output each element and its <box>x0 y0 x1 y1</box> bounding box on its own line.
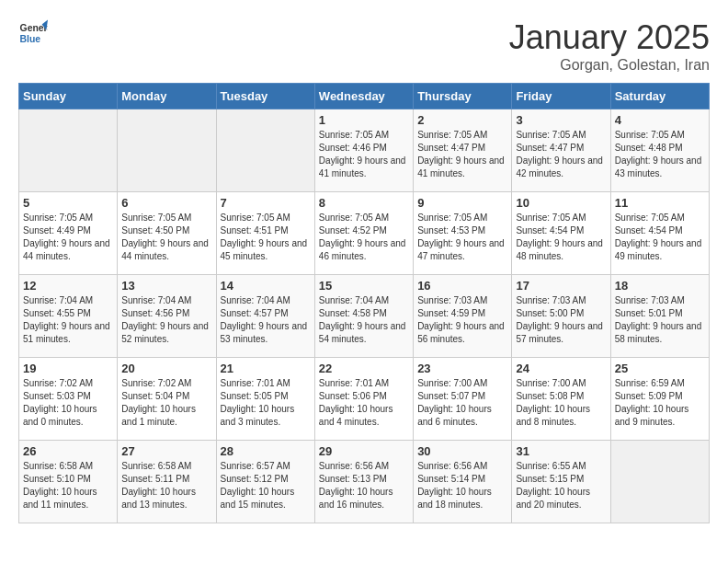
cell-5-1: 26 Sunrise: 6:58 AM Sunset: 5:10 PM Dayl… <box>19 441 118 523</box>
cell-3-5: 16 Sunrise: 7:03 AM Sunset: 4:59 PM Dayl… <box>414 275 512 358</box>
day-detail: Sunrise: 7:02 AM Sunset: 5:03 PM Dayligh… <box>23 377 113 429</box>
day-number: 7 <box>221 196 311 210</box>
week-row-3: 12 Sunrise: 7:04 AM Sunset: 4:55 PM Dayl… <box>19 275 710 358</box>
day-number: 26 <box>23 444 113 458</box>
day-detail: Sunrise: 7:03 AM Sunset: 5:01 PM Dayligh… <box>615 294 705 346</box>
calendar-body: 1 Sunrise: 7:05 AM Sunset: 4:46 PM Dayli… <box>19 109 710 523</box>
day-detail: Sunrise: 6:56 AM Sunset: 5:13 PM Dayligh… <box>319 460 409 511</box>
cell-4-5: 23 Sunrise: 7:00 AM Sunset: 5:07 PM Dayl… <box>414 358 512 441</box>
day-detail: Sunrise: 7:04 AM Sunset: 4:57 PM Dayligh… <box>221 294 311 346</box>
cell-4-4: 22 Sunrise: 7:01 AM Sunset: 5:06 PM Dayl… <box>314 358 413 441</box>
header-thursday: Thursday <box>414 84 512 109</box>
header-saturday: Saturday <box>610 84 709 109</box>
cell-1-6: 3 Sunrise: 7:05 AM Sunset: 4:47 PM Dayli… <box>512 109 610 192</box>
day-detail: Sunrise: 7:05 AM Sunset: 4:54 PM Dayligh… <box>516 212 606 263</box>
day-number: 18 <box>615 279 705 293</box>
day-number: 22 <box>319 362 409 375</box>
day-number: 9 <box>417 196 507 210</box>
day-detail: Sunrise: 7:05 AM Sunset: 4:47 PM Dayligh… <box>417 129 507 180</box>
calendar-subtitle: Gorgan, Golestan, Iran <box>509 57 710 74</box>
day-number: 13 <box>121 279 211 293</box>
day-number: 15 <box>319 279 409 293</box>
day-number: 8 <box>319 196 409 210</box>
cell-2-6: 10 Sunrise: 7:05 AM Sunset: 4:54 PM Dayl… <box>512 192 610 275</box>
cell-3-1: 12 Sunrise: 7:04 AM Sunset: 4:55 PM Dayl… <box>19 275 118 358</box>
calendar-table: Sunday Monday Tuesday Wednesday Thursday… <box>18 83 710 523</box>
day-number: 16 <box>417 279 507 293</box>
day-number: 23 <box>417 362 507 375</box>
cell-3-4: 15 Sunrise: 7:04 AM Sunset: 4:58 PM Dayl… <box>314 275 413 358</box>
cell-3-7: 18 Sunrise: 7:03 AM Sunset: 5:01 PM Dayl… <box>610 275 709 358</box>
week-row-5: 26 Sunrise: 6:58 AM Sunset: 5:10 PM Dayl… <box>19 441 710 523</box>
cell-1-7: 4 Sunrise: 7:05 AM Sunset: 4:48 PM Dayli… <box>610 109 709 192</box>
cell-2-4: 8 Sunrise: 7:05 AM Sunset: 4:52 PM Dayli… <box>314 192 413 275</box>
header-wednesday: Wednesday <box>314 84 413 109</box>
day-detail: Sunrise: 7:05 AM Sunset: 4:49 PM Dayligh… <box>23 212 113 263</box>
day-detail: Sunrise: 7:00 AM Sunset: 5:08 PM Dayligh… <box>516 377 606 429</box>
day-number: 27 <box>121 444 211 458</box>
day-number: 6 <box>121 196 211 210</box>
title-block: January 2025 Gorgan, Golestan, Iran <box>509 18 710 74</box>
cell-5-2: 27 Sunrise: 6:58 AM Sunset: 5:11 PM Dayl… <box>118 441 216 523</box>
cell-5-6: 31 Sunrise: 6:55 AM Sunset: 5:15 PM Dayl… <box>512 441 610 523</box>
day-number: 14 <box>221 279 311 293</box>
day-number: 25 <box>615 362 705 375</box>
header-friday: Friday <box>512 84 610 109</box>
day-number: 11 <box>615 196 705 210</box>
day-number: 21 <box>221 362 311 375</box>
day-number: 30 <box>417 444 507 458</box>
cell-4-1: 19 Sunrise: 7:02 AM Sunset: 5:03 PM Dayl… <box>19 358 118 441</box>
day-number: 20 <box>121 362 211 375</box>
day-detail: Sunrise: 7:04 AM Sunset: 4:58 PM Dayligh… <box>319 294 409 346</box>
page-header: General Blue January 2025 Gorgan, Golest… <box>18 18 710 74</box>
cell-3-6: 17 Sunrise: 7:03 AM Sunset: 5:00 PM Dayl… <box>512 275 610 358</box>
day-number: 28 <box>221 444 311 458</box>
day-detail: Sunrise: 7:05 AM Sunset: 4:51 PM Dayligh… <box>221 212 311 263</box>
week-row-2: 5 Sunrise: 7:05 AM Sunset: 4:49 PM Dayli… <box>19 192 710 275</box>
cell-5-4: 29 Sunrise: 6:56 AM Sunset: 5:13 PM Dayl… <box>314 441 413 523</box>
cell-3-2: 13 Sunrise: 7:04 AM Sunset: 4:56 PM Dayl… <box>118 275 216 358</box>
day-detail: Sunrise: 7:01 AM Sunset: 5:06 PM Dayligh… <box>319 377 409 429</box>
cell-5-5: 30 Sunrise: 6:56 AM Sunset: 5:14 PM Dayl… <box>414 441 512 523</box>
calendar-header: Sunday Monday Tuesday Wednesday Thursday… <box>19 84 710 109</box>
day-detail: Sunrise: 7:05 AM Sunset: 4:47 PM Dayligh… <box>516 129 606 180</box>
day-number: 1 <box>319 113 409 127</box>
day-detail: Sunrise: 7:02 AM Sunset: 5:04 PM Dayligh… <box>121 377 211 429</box>
cell-2-3: 7 Sunrise: 7:05 AM Sunset: 4:51 PM Dayli… <box>216 192 314 275</box>
header-row: Sunday Monday Tuesday Wednesday Thursday… <box>19 84 710 109</box>
day-detail: Sunrise: 6:55 AM Sunset: 5:15 PM Dayligh… <box>516 460 606 511</box>
cell-5-3: 28 Sunrise: 6:57 AM Sunset: 5:12 PM Dayl… <box>216 441 314 523</box>
day-number: 4 <box>615 113 705 127</box>
svg-text:Blue: Blue <box>20 34 41 44</box>
day-detail: Sunrise: 7:04 AM Sunset: 4:56 PM Dayligh… <box>121 294 211 346</box>
cell-2-1: 5 Sunrise: 7:05 AM Sunset: 4:49 PM Dayli… <box>19 192 118 275</box>
calendar-title: January 2025 <box>509 18 710 57</box>
day-detail: Sunrise: 6:58 AM Sunset: 5:11 PM Dayligh… <box>121 460 211 511</box>
day-number: 5 <box>23 196 113 210</box>
day-detail: Sunrise: 7:04 AM Sunset: 4:55 PM Dayligh… <box>23 294 113 346</box>
day-detail: Sunrise: 7:03 AM Sunset: 4:59 PM Dayligh… <box>417 294 507 346</box>
day-detail: Sunrise: 7:05 AM Sunset: 4:48 PM Dayligh… <box>615 129 705 180</box>
day-number: 10 <box>516 196 606 210</box>
cell-4-7: 25 Sunrise: 6:59 AM Sunset: 5:09 PM Dayl… <box>610 358 709 441</box>
day-number: 31 <box>516 444 606 458</box>
day-number: 17 <box>516 279 606 293</box>
day-detail: Sunrise: 7:05 AM Sunset: 4:54 PM Dayligh… <box>615 212 705 263</box>
day-detail: Sunrise: 7:05 AM Sunset: 4:50 PM Dayligh… <box>121 212 211 263</box>
day-detail: Sunrise: 6:59 AM Sunset: 5:09 PM Dayligh… <box>615 377 705 429</box>
cell-1-5: 2 Sunrise: 7:05 AM Sunset: 4:47 PM Dayli… <box>414 109 512 192</box>
cell-4-3: 21 Sunrise: 7:01 AM Sunset: 5:05 PM Dayl… <box>216 358 314 441</box>
day-detail: Sunrise: 7:05 AM Sunset: 4:52 PM Dayligh… <box>319 212 409 263</box>
cell-2-7: 11 Sunrise: 7:05 AM Sunset: 4:54 PM Dayl… <box>610 192 709 275</box>
cell-4-2: 20 Sunrise: 7:02 AM Sunset: 5:04 PM Dayl… <box>118 358 216 441</box>
cell-1-3 <box>216 109 314 192</box>
day-detail: Sunrise: 7:05 AM Sunset: 4:46 PM Dayligh… <box>319 129 409 180</box>
cell-1-4: 1 Sunrise: 7:05 AM Sunset: 4:46 PM Dayli… <box>314 109 413 192</box>
header-monday: Monday <box>118 84 216 109</box>
cell-2-2: 6 Sunrise: 7:05 AM Sunset: 4:50 PM Dayli… <box>118 192 216 275</box>
day-number: 3 <box>516 113 606 127</box>
cell-4-6: 24 Sunrise: 7:00 AM Sunset: 5:08 PM Dayl… <box>512 358 610 441</box>
day-number: 19 <box>23 362 113 375</box>
cell-5-7 <box>610 441 709 523</box>
day-detail: Sunrise: 6:58 AM Sunset: 5:10 PM Dayligh… <box>23 460 113 511</box>
